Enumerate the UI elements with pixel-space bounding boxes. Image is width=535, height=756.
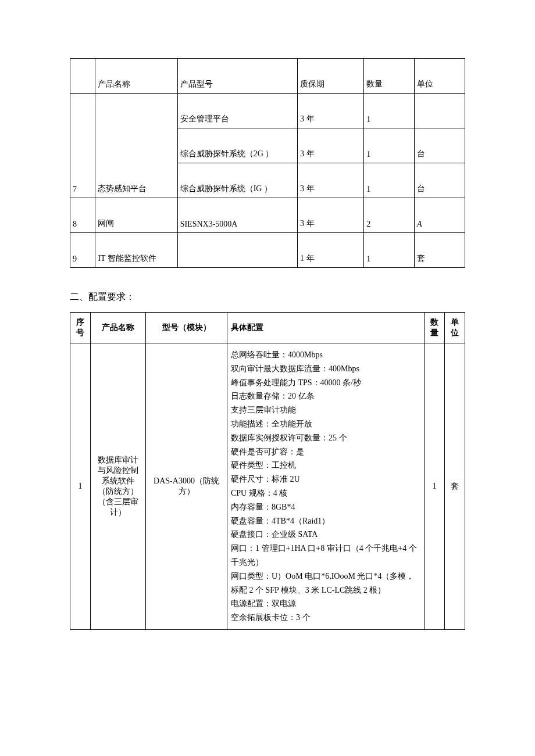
- cell-name: IT 智能监控软件: [95, 233, 177, 268]
- config-table: 序号 产品名称 型号（模块） 具体配置 数量 单位 1 数据库审计与风险控制系统…: [70, 312, 465, 630]
- cell-unit: [415, 94, 465, 128]
- cell-warranty: 3 年: [298, 198, 364, 233]
- cell-warranty: 3 年: [298, 128, 364, 163]
- cell-unit: A: [415, 198, 465, 233]
- cell-qty: 2: [364, 198, 415, 233]
- cell-unit: 台: [415, 163, 465, 198]
- cell-qty: 1: [364, 94, 415, 128]
- cell-unit: 套: [445, 343, 465, 630]
- cell-warranty: 1 年: [298, 233, 364, 268]
- cell-index: 8: [70, 198, 95, 233]
- cell-index: 9: [70, 233, 95, 268]
- table-header-row: 序号 产品名称 型号（模块） 具体配置 数量 单位: [70, 313, 465, 343]
- cell-model: 安全管理平台: [177, 94, 297, 128]
- cell-model: [177, 233, 297, 268]
- cell-warranty: 3 年: [298, 94, 364, 128]
- cell-model: DAS-A3000（防统方）: [146, 343, 227, 630]
- header-index: 序号: [70, 313, 91, 343]
- cell-model: 综合威胁探针系统（IG ）: [177, 163, 297, 198]
- section-title: 二、配置要求：: [70, 291, 465, 303]
- cell-index: 7: [70, 94, 95, 198]
- cell-unit: 台: [415, 128, 465, 163]
- header-unit: 单位: [415, 59, 465, 94]
- cell-name: 网闸: [95, 198, 177, 233]
- header-spec: 具体配置: [227, 313, 425, 343]
- cell-name: 态势感知平台: [95, 94, 177, 198]
- table-header-row: 产品名称 产品型号 质保期 数量 单位: [70, 59, 465, 94]
- header-model: 产品型号: [177, 59, 297, 94]
- table-row: 1 数据库审计与风险控制系统软件（防统方）（含三层审计） DAS-A3000（防…: [70, 343, 465, 630]
- header-warranty: 质保期: [298, 59, 364, 94]
- header-qty: 数量: [364, 59, 415, 94]
- cell-qty: 1: [364, 163, 415, 198]
- header-name: 产品名称: [91, 313, 146, 343]
- cell-qty: 1: [364, 128, 415, 163]
- table-row: 7 态势感知平台 安全管理平台 3 年 1: [70, 94, 465, 128]
- cell-index: 1: [70, 343, 91, 630]
- cell-qty: 1: [425, 343, 445, 630]
- cell-name: 数据库审计与风险控制系统软件（防统方）（含三层审计）: [91, 343, 146, 630]
- header-name: 产品名称: [95, 59, 177, 94]
- cell-spec: 总网络吞吐量：4000Mbps 双向审计最大数据库流量：400Mbps 峰值事务…: [227, 343, 425, 630]
- header-unit: 单位: [445, 313, 465, 343]
- cell-qty: 1: [364, 233, 415, 268]
- table-row: 8 网闸 SIESNX3-5000A 3 年 2 A: [70, 198, 465, 233]
- header-index: [70, 59, 95, 94]
- cell-model: 综合威胁探针系统（2G ）: [177, 128, 297, 163]
- header-qty: 数量: [425, 313, 445, 343]
- cell-unit: 套: [415, 233, 465, 268]
- cell-warranty: 3 年: [298, 163, 364, 198]
- header-model: 型号（模块）: [146, 313, 227, 343]
- table-row: 9 IT 智能监控软件 1 年 1 套: [70, 233, 465, 268]
- cell-model: SIESNX3-5000A: [177, 198, 297, 233]
- product-table: 产品名称 产品型号 质保期 数量 单位 7 态势感知平台 安全管理平台 3 年 …: [70, 58, 465, 268]
